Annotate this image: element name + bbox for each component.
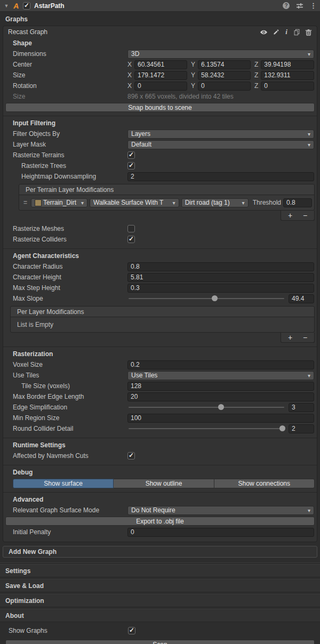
max-border-edge-length-field[interactable]: 20 xyxy=(127,392,314,401)
save-load-section-header[interactable]: Save & Load xyxy=(0,579,320,592)
rasterize-meshes-label: Rasterize Meshes xyxy=(13,225,127,232)
rasterize-terrains-label: Rasterize Terrains xyxy=(13,151,127,159)
max-slope-slider[interactable] xyxy=(127,293,285,304)
terrain-layer-dropdown[interactable]: Terrain_Dirt ▾ xyxy=(31,198,87,207)
section-divider xyxy=(3,248,317,249)
debug-heading: Debug xyxy=(3,467,317,478)
rotation-z-field[interactable]: 0 xyxy=(261,82,314,91)
delete-trash-icon[interactable] xyxy=(305,29,312,36)
snap-bounds-button[interactable]: Snap bounds to scene xyxy=(5,103,315,112)
slider-thumb[interactable] xyxy=(218,404,224,410)
row-max-step-height: Max Step Height 0.3 xyxy=(3,283,317,293)
row-rasterize-trees: Rasterize Trees xyxy=(3,160,317,171)
character-height-field[interactable]: 5.81 xyxy=(127,273,314,282)
threshold-field[interactable]: 0.8 xyxy=(283,198,312,207)
runtime-settings-heading: Runtime Settings xyxy=(3,440,317,450)
row-character-height: Character Height 5.81 xyxy=(3,272,317,283)
size-y-field[interactable]: 58.2432 xyxy=(198,71,251,80)
graphs-section-label[interactable]: Graphs xyxy=(0,12,320,26)
filter-objects-by-label: Filter Objects By xyxy=(13,130,127,138)
edge-simplification-slider[interactable] xyxy=(127,402,285,413)
max-slope-field[interactable]: 49.4 xyxy=(289,294,314,303)
heightmap-downsampling-label: Heightmap Downsampling xyxy=(13,173,127,180)
affected-by-navmesh-cuts-checkbox[interactable] xyxy=(127,452,135,460)
presets-icon[interactable] xyxy=(296,2,303,10)
edit-pencil-icon[interactable] xyxy=(273,29,279,36)
recast-graph-header[interactable]: Recast Graph i xyxy=(3,26,317,38)
round-collider-detail-label: Round Collider Detail xyxy=(13,425,127,432)
surface-type-dropdown[interactable]: Walkable Surface With T ▾ xyxy=(90,198,179,207)
center-y-field[interactable]: 6.13574 xyxy=(198,60,251,69)
foldout-triangle-icon[interactable]: ▼ xyxy=(3,3,10,9)
axis-y-label: Y xyxy=(191,82,195,90)
edge-simplification-field[interactable]: 3 xyxy=(289,403,314,412)
row-dimensions: Dimensions 3D▾ xyxy=(3,49,317,59)
rasterize-terrains-checkbox[interactable] xyxy=(127,151,135,159)
show-connections-button[interactable]: Show connections xyxy=(214,479,315,488)
row-rasterize-meshes: Rasterize Meshes xyxy=(3,223,317,234)
dropdown-arrow-icon: ▾ xyxy=(308,142,310,148)
input-filtering-heading: Input Filtering xyxy=(3,118,317,128)
scan-button[interactable]: Scan xyxy=(5,640,315,644)
filter-objects-by-dropdown[interactable]: Layers▾ xyxy=(127,130,314,139)
export-obj-button[interactable]: Export to .obj file xyxy=(5,517,315,526)
voxel-size-field[interactable]: 0.2 xyxy=(127,360,314,369)
use-tiles-dropdown[interactable]: Use Tiles▾ xyxy=(127,371,314,380)
add-item-button[interactable]: + xyxy=(284,212,296,219)
initial-penalty-field[interactable]: 0 xyxy=(127,528,314,537)
axis-x-label: X xyxy=(127,71,132,79)
size-x-field[interactable]: 179.1472 xyxy=(134,71,187,80)
show-graphs-checkbox[interactable] xyxy=(128,627,135,634)
drag-handle-icon[interactable]: = xyxy=(21,199,29,206)
max-step-height-field[interactable]: 0.3 xyxy=(127,284,314,293)
tile-size-field[interactable]: 128 xyxy=(127,382,314,391)
max-border-edge-length-label: Max Border Edge Length xyxy=(13,393,127,400)
rotation-y-field[interactable]: 0 xyxy=(198,82,251,91)
per-layer-list-footer: + − xyxy=(281,333,315,343)
component-enabled-checkbox[interactable] xyxy=(23,2,30,10)
optimization-section-header[interactable]: Optimization xyxy=(0,594,320,607)
settings-section-header[interactable]: Settings xyxy=(0,564,320,577)
help-icon[interactable]: ? xyxy=(283,2,290,9)
round-collider-detail-slider[interactable] xyxy=(127,423,285,434)
duplicate-icon[interactable] xyxy=(293,29,300,36)
slider-thumb[interactable] xyxy=(279,425,285,431)
character-radius-field[interactable]: 0.8 xyxy=(127,262,314,271)
heightmap-downsampling-field[interactable]: 2 xyxy=(127,172,314,181)
round-collider-detail-field[interactable]: 2 xyxy=(289,424,314,433)
row-max-border-edge-length: Max Border Edge Length 20 xyxy=(3,391,317,402)
add-new-graph-button[interactable]: Add New Graph xyxy=(3,546,317,558)
info-icon[interactable]: i xyxy=(284,28,289,36)
slider-thumb[interactable] xyxy=(212,295,218,301)
threshold-label: Threshold xyxy=(253,199,281,206)
axis-z-label: Z xyxy=(254,71,258,79)
rasterize-colliders-checkbox[interactable] xyxy=(127,236,135,243)
tag-dropdown[interactable]: Dirt road (tag 1) ▾ xyxy=(181,198,249,207)
rasterize-trees-checkbox[interactable] xyxy=(127,162,135,170)
kebab-menu-icon[interactable]: ⋮ xyxy=(310,2,317,10)
recast-graph-panel: Recast Graph i Shape Dimensions 3D▾ Cent… xyxy=(3,26,317,542)
add-item-button[interactable]: + xyxy=(284,334,296,341)
visibility-eye-icon[interactable] xyxy=(260,28,268,36)
max-step-height-label: Max Step Height xyxy=(13,284,127,292)
character-height-label: Character Height xyxy=(13,273,127,281)
rasterize-meshes-checkbox[interactable] xyxy=(127,225,135,232)
dimensions-dropdown[interactable]: 3D▾ xyxy=(127,50,314,59)
rotation-x-field[interactable]: 0 xyxy=(134,82,187,91)
axis-x-label: X xyxy=(127,82,132,90)
size-z-field[interactable]: 132.9311 xyxy=(261,71,314,80)
min-region-size-field[interactable]: 100 xyxy=(127,414,314,423)
layer-mask-dropdown[interactable]: Default▾ xyxy=(127,140,314,149)
row-rotation: Rotation X0 Y0 Z0 xyxy=(3,80,317,91)
about-section-header[interactable]: About xyxy=(0,609,320,622)
show-outline-button[interactable]: Show outline xyxy=(114,479,214,488)
remove-item-button[interactable]: − xyxy=(299,334,311,341)
remove-item-button[interactable]: − xyxy=(299,212,311,219)
component-header: ▼ A AstarPath ? ⋮ xyxy=(0,0,320,12)
row-voxel-size: Voxel Size 0.2 xyxy=(3,359,317,370)
show-surface-button[interactable]: Show surface xyxy=(13,479,114,488)
center-x-field[interactable]: 60.34561 xyxy=(134,60,187,69)
row-character-radius: Character Radius 0.8 xyxy=(3,261,317,272)
relevant-graph-surface-mode-dropdown[interactable]: Do Not Require▾ xyxy=(127,506,314,515)
center-z-field[interactable]: 39.94198 xyxy=(261,60,314,69)
